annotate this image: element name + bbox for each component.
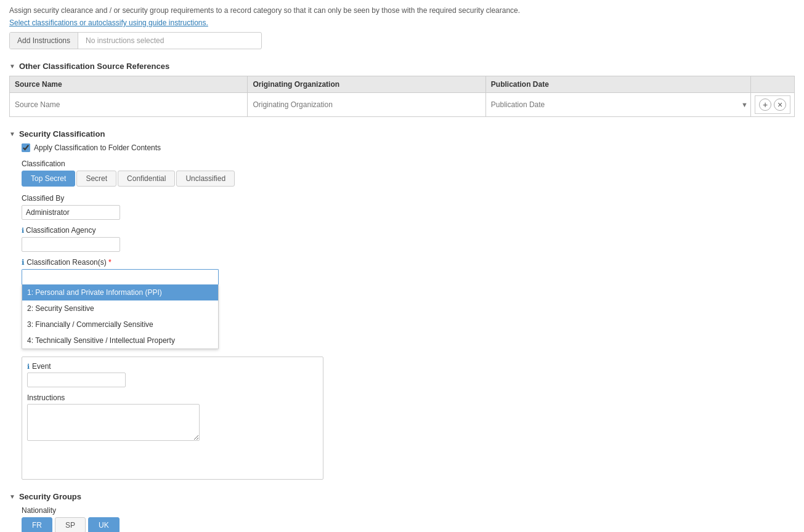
instructions-textarea[interactable] [27,404,200,441]
classification-reasons-label: ℹ Classification Reason(s) * [22,258,795,267]
dropdown-list: 1: Personal and Private Information (PPI… [22,284,219,349]
classification-agency-field-group: Classification Agency [22,226,795,252]
info-icon-reasons: ℹ [22,258,25,267]
col-pub-date: Publication Date [485,76,750,93]
date-input[interactable] [486,97,739,112]
other-refs-title: Other Classification Source References [19,62,169,71]
dropdown-item-1[interactable]: 1: Personal and Private Information (PPI… [22,284,218,300]
classification-reasons-dropdown: 1: Personal and Private Information (PPI… [22,269,219,349]
source-name-input[interactable] [10,97,247,112]
instructions-field-group: Instructions [27,393,318,443]
event-field-group: ℹ Event [27,362,318,393]
chevron-down-icon-2: ▼ [9,131,15,137]
classification-label: Classification [22,159,795,168]
classification-details-box: ℹ Event Instructions [22,357,323,480]
apply-classification-label: Apply Classification to Folder Contents [34,143,161,152]
chevron-down-icon-3: ▼ [9,493,15,500]
event-label: ℹ Event [27,362,318,371]
security-classification-title: Security Classification [19,129,105,139]
classification-reasons-field-group: ℹ Classification Reason(s) * 1: Personal… [22,258,795,349]
col-source-name: Source Name [10,76,248,93]
table-row: ▼ + × [10,93,795,117]
apply-classification-row: Apply Classification to Folder Contents [22,143,795,152]
security-groups-title: Security Groups [19,492,81,501]
nationality-field-group: Nationality FR SP UK [22,506,795,532]
instructions-label: Instructions [27,393,318,402]
fr-button[interactable]: FR [22,517,52,532]
security-groups-section: ▼ Security Groups Nationality FR SP UK T… [9,492,795,532]
row-actions: + × [755,95,790,114]
calendar-icon: ▼ [739,99,750,111]
info-icon-event: ℹ [27,363,30,371]
nationality-buttons: FR SP UK [22,517,795,532]
dropdown-item-2[interactable]: 2: Security Sensitive [22,300,218,316]
classified-by-field-group: Classified By [22,194,795,220]
sp-button[interactable]: SP [55,517,86,532]
security-classification-header[interactable]: ▼ Security Classification [9,129,795,139]
classified-by-input[interactable] [22,205,120,220]
apply-classification-checkbox[interactable] [22,143,30,152]
uk-button[interactable]: UK [88,517,120,532]
unclassified-button[interactable]: Unclassified [176,171,235,187]
source-references-table: Source Name Originating Organization Pub… [9,76,795,117]
classification-reasons-input[interactable] [22,269,219,284]
add-instructions-button[interactable]: Add Instructions [10,33,78,49]
chevron-down-icon: ▼ [9,63,15,70]
top-secret-button[interactable]: Top Secret [22,171,75,187]
security-classification-section: ▼ Security Classification Apply Classifi… [9,129,795,480]
confidential-button[interactable]: Confidential [118,171,175,187]
dropdown-item-4[interactable]: 4: Technically Sensitive / Intellectual … [22,332,218,349]
link-text[interactable]: Select classifications or autoclassify u… [9,18,795,27]
classification-field-group: Classification Top Secret Secret Confide… [22,159,795,187]
instructions-bar: Add Instructions No instructions selecte… [9,32,262,49]
classification-buttons: Top Secret Secret Confidential Unclassif… [22,171,795,187]
nationality-label: Nationality [22,506,795,515]
secret-button[interactable]: Secret [76,171,116,187]
classification-agency-label: Classification Agency [22,226,795,235]
classified-by-label: Classified By [22,194,795,203]
event-input[interactable] [27,373,126,387]
dropdown-item-3[interactable]: 3: Financially / Commercially Sensitive [22,316,218,332]
classification-agency-input[interactable] [22,237,120,252]
org-input[interactable] [248,97,485,112]
add-row-button[interactable]: + [759,99,771,111]
other-refs-header[interactable]: ▼ Other Classification Source References [9,62,795,71]
other-refs-section: ▼ Other Classification Source References… [9,62,795,117]
instructions-placeholder: No instructions selected [78,33,261,49]
remove-row-button[interactable]: × [774,99,786,111]
intro-text: Assign security clearance and / or secur… [9,6,795,15]
required-star: * [108,258,112,267]
col-org: Originating Organization [248,76,485,93]
security-groups-header[interactable]: ▼ Security Groups [9,492,795,501]
